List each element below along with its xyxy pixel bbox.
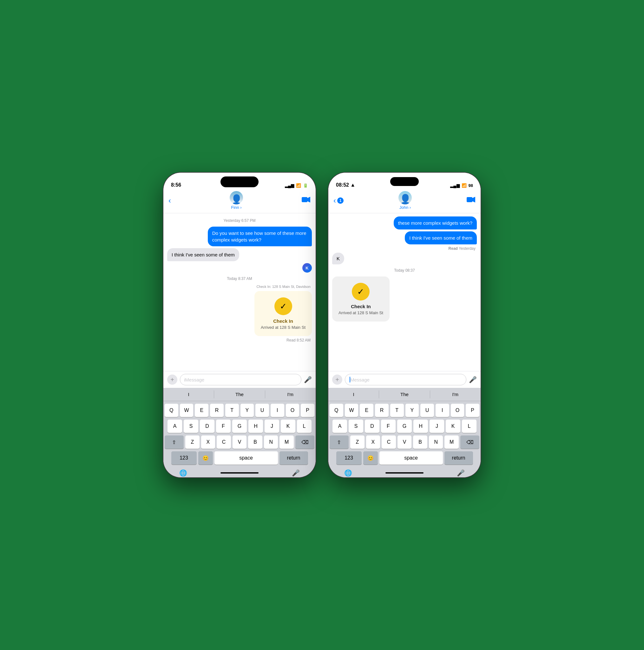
key-r-2[interactable]: R <box>375 404 389 417</box>
key-i-1[interactable]: I <box>271 404 284 417</box>
key-emoji-1[interactable]: 😊 <box>198 451 213 465</box>
key-a-2[interactable]: A <box>333 420 347 433</box>
key-l-2[interactable]: L <box>462 420 477 433</box>
key-k-1[interactable]: K <box>281 420 295 433</box>
key-s-1[interactable]: S <box>184 420 198 433</box>
key-g-1[interactable]: G <box>232 420 247 433</box>
key-x-2[interactable]: X <box>366 435 380 449</box>
key-b-2[interactable]: B <box>413 435 427 449</box>
key-e-2[interactable]: E <box>360 404 373 417</box>
pred-word-1-3[interactable]: I'm <box>265 390 316 398</box>
back-button-2[interactable]: ‹ 1 <box>333 196 344 205</box>
key-n-1[interactable]: N <box>264 435 278 449</box>
key-m-2[interactable]: M <box>445 435 459 449</box>
message-sent-1: Do you want to see how some of these mor… <box>167 227 312 246</box>
key-q-1[interactable]: Q <box>165 404 178 417</box>
bubble-k-2: K <box>332 253 344 264</box>
key-y-2[interactable]: Y <box>406 404 419 417</box>
bubble-sent-1: Do you want to see how some of these mor… <box>208 227 312 246</box>
key-w-1[interactable]: W <box>180 404 193 417</box>
mic-button-2[interactable]: 🎤 <box>469 376 477 384</box>
key-y-1[interactable]: Y <box>240 404 254 417</box>
plus-button-2[interactable]: + <box>332 374 342 385</box>
key-z-2[interactable]: Z <box>350 435 365 449</box>
key-z-1[interactable]: Z <box>185 435 199 449</box>
key-q-2[interactable]: Q <box>330 404 343 417</box>
checkin-widget-2: ✓ Check In Arrived at 128 S Main St <box>332 277 389 322</box>
key-h-2[interactable]: H <box>413 420 428 433</box>
key-c-2[interactable]: C <box>382 435 396 449</box>
key-f-1[interactable]: F <box>216 420 231 433</box>
key-e-1[interactable]: E <box>195 404 209 417</box>
contact-name-1[interactable]: Finn › <box>231 205 241 210</box>
key-g-2[interactable]: G <box>397 420 412 433</box>
key-n-2[interactable]: N <box>429 435 443 449</box>
key-o-1[interactable]: O <box>286 404 300 417</box>
globe-icon-2[interactable]: 🌐 <box>344 469 352 477</box>
wifi-icon-1: 📶 <box>296 183 301 188</box>
key-123-2[interactable]: 123 <box>336 451 362 465</box>
key-j-1[interactable]: J <box>265 420 279 433</box>
pred-word-2-2[interactable]: The <box>379 390 430 398</box>
key-a-1[interactable]: A <box>167 420 182 433</box>
message-sent-2: I think I've seen some of them <box>332 231 477 244</box>
pred-word-1-1[interactable]: I <box>163 390 214 398</box>
mic-icon-bottom-2[interactable]: 🎤 <box>457 469 465 477</box>
key-d-2[interactable]: D <box>365 420 379 433</box>
key-return-2[interactable]: return <box>445 451 473 465</box>
key-x-1[interactable]: X <box>201 435 216 449</box>
back-button-1[interactable]: ‹ <box>168 196 171 205</box>
key-u-1[interactable]: U <box>255 404 269 417</box>
key-f-2[interactable]: F <box>381 420 395 433</box>
key-r-1[interactable]: R <box>210 404 224 417</box>
key-shift-2[interactable]: ⇧ <box>330 435 349 449</box>
video-button-1[interactable] <box>302 196 311 205</box>
key-h-1[interactable]: H <box>249 420 263 433</box>
pill-notch-2 <box>390 177 419 186</box>
key-shift-1[interactable]: ⇧ <box>165 435 184 449</box>
header-center-1[interactable]: 👤 Finn › <box>230 191 243 210</box>
dynamic-island <box>221 177 259 187</box>
read-label-2: Read Yesterday <box>332 246 477 251</box>
key-i-2[interactable]: I <box>435 404 449 417</box>
key-d-1[interactable]: D <box>200 420 215 433</box>
key-t-1[interactable]: T <box>225 404 239 417</box>
key-row-1-2: A S D F G H J K L <box>165 420 314 433</box>
key-123-1[interactable]: 123 <box>171 451 197 465</box>
key-row-2-1: Q W E R T Y U I O P <box>330 404 479 417</box>
key-delete-1[interactable]: ⌫ <box>295 435 314 449</box>
key-l-1[interactable]: L <box>297 420 311 433</box>
key-space-1[interactable]: space <box>215 451 278 465</box>
key-delete-2[interactable]: ⌫ <box>460 435 479 449</box>
mic-icon-bottom-1[interactable]: 🎤 <box>292 469 300 477</box>
key-emoji-2[interactable]: 😊 <box>363 451 378 465</box>
message-input-2[interactable]: Message <box>345 374 466 385</box>
key-v-1[interactable]: V <box>232 435 247 449</box>
key-j-2[interactable]: J <box>429 420 444 433</box>
key-return-1[interactable]: return <box>279 451 308 465</box>
key-c-1[interactable]: C <box>217 435 231 449</box>
key-t-2[interactable]: T <box>390 404 404 417</box>
globe-icon-1[interactable]: 🌐 <box>179 469 187 477</box>
plus-button-1[interactable]: + <box>167 374 177 385</box>
pred-word-2-1[interactable]: I <box>328 390 379 398</box>
key-w-2[interactable]: W <box>345 404 358 417</box>
header-center-2[interactable]: 👤 John › <box>399 191 412 210</box>
video-button-2[interactable] <box>467 196 476 205</box>
key-p-1[interactable]: P <box>301 404 314 417</box>
mic-button-1[interactable]: 🎤 <box>304 376 312 384</box>
key-space-2[interactable]: space <box>379 451 443 465</box>
message-input-1[interactable]: iMessage <box>180 374 301 385</box>
key-b-1[interactable]: B <box>248 435 262 449</box>
pred-word-2-3[interactable]: I'm <box>430 390 481 398</box>
pred-word-1-2[interactable]: The <box>214 390 265 398</box>
key-m-1[interactable]: M <box>279 435 294 449</box>
key-p-2[interactable]: P <box>466 404 479 417</box>
key-u-2[interactable]: U <box>420 404 434 417</box>
key-o-2[interactable]: O <box>451 404 464 417</box>
key-k-2[interactable]: K <box>446 420 460 433</box>
key-s-2[interactable]: S <box>349 420 363 433</box>
contact-name-2[interactable]: John › <box>400 205 411 210</box>
key-v-2[interactable]: V <box>397 435 412 449</box>
message-received-1: I think I've seen some of them <box>167 248 312 261</box>
